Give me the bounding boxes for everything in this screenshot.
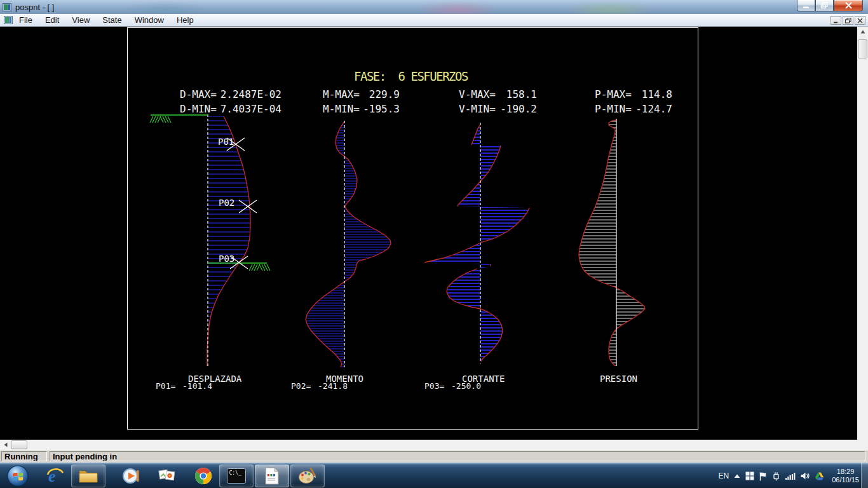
child-close-button[interactable] [855,16,865,25]
plot-area: P01P02P03 FASE: 6 ESFUERZOS D-MAX= 2.248… [0,27,857,440]
horizontal-scrollbar[interactable] [0,440,868,450]
v-min-label: V-MIN= [459,103,496,115]
media-player-icon [122,467,140,485]
taskbar-photo-viewer[interactable] [151,464,183,487]
status-state: Running [1,451,47,461]
p-max-value: 114.8 [642,88,672,100]
svg-text:C:\_: C:\_ [229,470,241,476]
menu-help[interactable]: Help [170,15,200,25]
menu-window[interactable]: Window [128,15,170,25]
scroll-left-button[interactable] [0,440,11,450]
internet-explorer-icon: e [46,467,64,485]
child-caption-buttons [831,16,865,25]
p02-result-value: -241.8 [318,381,348,391]
vertical-scroll-thumb[interactable] [858,39,867,58]
child-restore-button[interactable] [843,16,853,25]
taskbar-pospnt-document[interactable] [255,464,289,487]
p01-marker-label: P01 [218,137,234,147]
windows-panes-icon[interactable] [745,471,754,480]
taskbar-paint[interactable] [290,464,325,487]
m-min-label: M-MIN= [323,103,360,115]
m-max-label: M-MAX= [323,88,360,100]
chrome-icon [194,467,212,485]
photo-viewer-icon [158,468,176,484]
p03-marker-label: P03 [219,254,234,264]
windows-orb-icon [6,464,29,487]
cortante-curve [424,125,529,362]
menu-view[interactable]: View [65,15,96,25]
show-desktop-button[interactable] [861,463,868,488]
window-minimize-button[interactable] [797,0,815,11]
presion-title: PRESION [600,374,637,384]
network-signal-icon[interactable] [785,472,796,480]
scroll-up-button[interactable] [857,27,868,37]
menubar: File Edit View State Window Help [0,14,868,27]
start-button[interactable] [5,464,31,488]
desktop-screen: pospnt - [ ] File Edit View State Window… [0,0,868,488]
child-window-icon[interactable] [4,16,13,24]
window-title: pospnt - [ ] [15,3,54,12]
client-area: P01P02P03 FASE: 6 ESFUERZOS D-MAX= 2.248… [0,27,857,440]
clock-time: 18:29 [832,468,859,476]
plot-title: FASE: 6 ESFUERZOS [354,69,468,83]
power-plug-icon[interactable] [772,471,780,481]
v-min-value: -190.2 [500,103,537,115]
vertical-scrollbar[interactable] [857,27,868,440]
p-max-label: P-MAX= [595,88,632,100]
action-center-flag-icon[interactable] [759,471,767,481]
app-icon [3,3,11,11]
p03-result-label: P03= [424,381,444,391]
p-min-value: -124.7 [635,103,672,115]
titlebar: pospnt - [ ] [0,0,868,14]
taskbar-chrome[interactable] [187,464,219,487]
taskbar-media-player[interactable] [115,464,147,487]
volume-icon[interactable] [801,472,810,480]
command-prompt-icon: C:\_ [227,468,246,484]
p02-result-label: P02= [291,381,311,391]
clock-date: 06/10/15 [832,476,859,484]
p01-result-label: P01= [156,381,175,391]
presion-region [579,120,645,366]
menu-state[interactable]: State [96,15,128,25]
taskbar-command-prompt[interactable]: C:\_ [219,464,254,487]
menu-edit[interactable]: Edit [39,15,65,25]
m-max-value: 229.9 [369,88,400,100]
folder-icon [79,468,98,484]
p02-marker-label: P02 [219,198,234,208]
d-min-label: D-MIN= [180,103,217,115]
child-minimize-button[interactable] [831,16,841,25]
taskbar-internet-explorer[interactable]: e [39,464,71,487]
google-drive-icon[interactable] [815,472,824,480]
window-restore-button[interactable] [815,0,834,11]
diagram-graphics: P01P02P03 [150,114,645,367]
d-max-label: D-MAX= [180,88,217,100]
language-indicator[interactable]: EN [719,471,729,480]
window-close-button[interactable] [834,0,863,11]
taskbar: e [0,463,868,488]
v-max-value: 158.1 [506,88,537,100]
hidden-icons-button[interactable] [734,474,740,478]
desplazada-region [207,116,250,366]
m-min-value: -195.3 [363,103,400,115]
system-tray: EN 18:29 06/10/15 [719,463,860,488]
status-message: Input pending in [50,451,865,461]
d-min-value: 7.4037E-04 [220,103,281,115]
clock[interactable]: 18:29 06/10/15 [832,468,859,484]
statusbar: Running Input pending in [0,450,868,463]
horizontal-scroll-thumb[interactable] [11,440,27,449]
p03-result-value: -250.0 [451,381,481,391]
momento-region [306,121,391,367]
v-max-label: V-MAX= [459,88,496,100]
d-max-value: 2.2487E-02 [220,88,281,100]
taskbar-windows-explorer[interactable] [71,464,105,487]
paint-icon [298,467,317,485]
p-min-label: P-MIN= [595,103,632,115]
menu-file[interactable]: File [13,15,39,25]
document-icon [264,467,280,485]
caption-buttons [797,0,863,11]
cortante-region [424,125,529,362]
p01-result-value: -101.4 [182,381,212,391]
